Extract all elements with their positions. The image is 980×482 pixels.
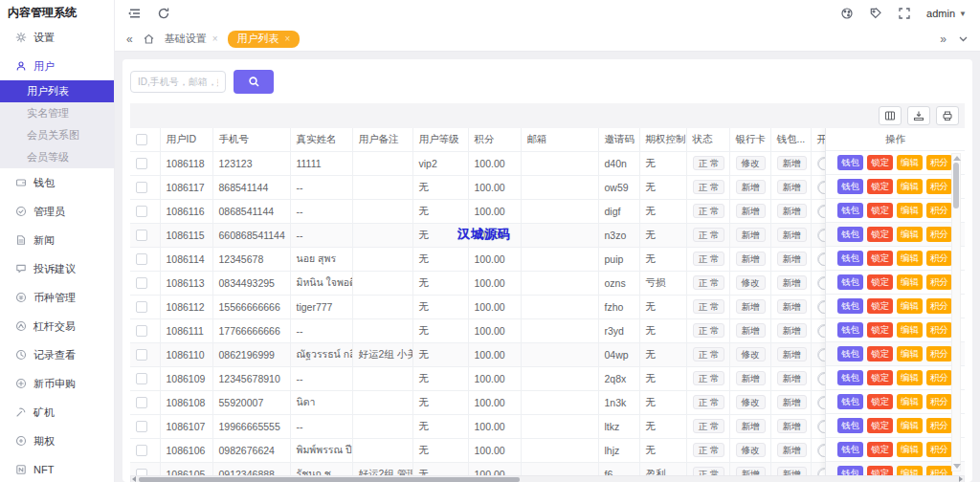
score-action-button[interactable]: 积分 xyxy=(926,203,952,218)
sidebar-item-leverage[interactable]: 杠杆交易 xyxy=(0,312,114,340)
wallet-action-button[interactable]: 钱包 xyxy=(837,274,863,290)
bank-card-button[interactable]: 新增 xyxy=(736,252,766,267)
score-action-button[interactable]: 积分 xyxy=(926,322,952,338)
sidebar-item-coin[interactable]: 币种管理 xyxy=(0,283,114,312)
row-checkbox[interactable] xyxy=(136,158,147,169)
row-checkbox[interactable] xyxy=(136,182,147,193)
edit-action-button[interactable]: 编辑 xyxy=(897,203,923,218)
bank-card-button[interactable]: 修改 xyxy=(736,443,766,458)
bank-card-button[interactable]: 新增 xyxy=(736,204,766,219)
score-action-button[interactable]: 积分 xyxy=(926,274,952,290)
score-action-button[interactable]: 积分 xyxy=(926,298,952,314)
bank-card-button[interactable]: 新增 xyxy=(736,323,766,339)
wallet-action-button[interactable]: 钱包 xyxy=(837,155,863,170)
theme-icon[interactable] xyxy=(840,7,854,20)
score-action-button[interactable]: 积分 xyxy=(926,179,952,194)
wallet-add-button[interactable]: 新增 xyxy=(777,275,807,291)
row-checkbox[interactable] xyxy=(136,230,147,241)
wallet-action-button[interactable]: 钱包 xyxy=(837,322,863,338)
search-input[interactable] xyxy=(130,71,226,93)
wallet-action-button[interactable]: 钱包 xyxy=(837,227,863,242)
sidebar-item-gear[interactable]: 设置 xyxy=(0,23,114,52)
vertical-scrollbar[interactable] xyxy=(951,153,961,471)
score-action-button[interactable]: 积分 xyxy=(926,394,952,409)
edit-action-button[interactable]: 编辑 xyxy=(897,322,923,338)
row-checkbox[interactable] xyxy=(136,277,147,289)
row-checkbox[interactable] xyxy=(136,397,147,408)
lock-action-button[interactable]: 锁定 xyxy=(867,370,893,385)
score-action-button[interactable]: 积分 xyxy=(926,442,952,457)
vertical-scroll-thumb[interactable] xyxy=(953,163,959,208)
sidebar-item-newcoin[interactable]: 新币申购 xyxy=(0,369,114,398)
wallet-action-button[interactable]: 钱包 xyxy=(837,346,863,362)
lock-action-button[interactable]: 锁定 xyxy=(867,155,893,170)
sidebar-item-nft[interactable]: NFT xyxy=(0,455,114,482)
wallet-action-button[interactable]: 钱包 xyxy=(837,251,863,266)
home-icon[interactable] xyxy=(143,33,155,45)
sidebar-item-miner[interactable]: 矿机 xyxy=(0,398,114,427)
lock-action-button[interactable]: 锁定 xyxy=(867,251,893,266)
row-checkbox[interactable] xyxy=(136,445,147,456)
user-menu[interactable]: admin ▼ xyxy=(926,8,967,19)
edit-action-button[interactable]: 编辑 xyxy=(897,155,923,170)
edit-action-button[interactable]: 编辑 xyxy=(897,298,923,314)
lock-action-button[interactable]: 锁定 xyxy=(867,418,893,433)
lock-action-button[interactable]: 锁定 xyxy=(867,298,893,314)
close-icon[interactable]: × xyxy=(212,33,218,44)
lock-action-button[interactable]: 锁定 xyxy=(867,179,893,194)
scroll-down-arrow[interactable] xyxy=(953,464,961,469)
edit-action-button[interactable]: 编辑 xyxy=(897,418,923,433)
bank-card-button[interactable]: 修改 xyxy=(736,275,766,291)
wallet-add-button[interactable]: 新增 xyxy=(777,371,807,386)
lock-action-button[interactable]: 锁定 xyxy=(867,442,893,457)
wallet-add-button[interactable]: 新增 xyxy=(777,156,807,171)
tabs-collapse-chevron[interactable] xyxy=(958,33,969,44)
column-settings-button[interactable] xyxy=(879,106,902,125)
lock-action-button[interactable]: 锁定 xyxy=(867,274,893,290)
lock-action-button[interactable]: 锁定 xyxy=(867,346,893,362)
lock-action-button[interactable]: 锁定 xyxy=(867,394,893,409)
score-action-button[interactable]: 积分 xyxy=(926,251,952,266)
edit-action-button[interactable]: 编辑 xyxy=(897,442,923,457)
sidebar-item-user[interactable]: 用户 xyxy=(0,52,114,80)
wallet-action-button[interactable]: 钱包 xyxy=(837,370,863,385)
sidebar-subitem[interactable]: 实名管理 xyxy=(0,102,114,124)
collapse-menu-icon[interactable] xyxy=(128,7,142,20)
score-action-button[interactable]: 积分 xyxy=(926,227,952,242)
tabs-forward-chevron[interactable]: » xyxy=(940,33,947,46)
wallet-add-button[interactable]: 新增 xyxy=(777,443,807,458)
wallet-add-button[interactable]: 新增 xyxy=(777,252,807,267)
row-checkbox[interactable] xyxy=(136,301,147,313)
wallet-add-button[interactable]: 新增 xyxy=(777,419,807,434)
horizontal-scroll-thumb[interactable] xyxy=(139,477,520,482)
wallet-action-button[interactable]: 钱包 xyxy=(837,418,863,433)
edit-action-button[interactable]: 编辑 xyxy=(897,274,923,290)
sidebar-subitem[interactable]: 会员等级 xyxy=(0,146,114,168)
scroll-left-arrow[interactable] xyxy=(132,476,136,482)
wallet-add-button[interactable]: 新增 xyxy=(777,347,807,362)
bank-card-button[interactable]: 修改 xyxy=(736,395,766,410)
sidebar-item-options[interactable]: 期权 xyxy=(0,427,114,455)
bank-card-button[interactable]: 新增 xyxy=(736,299,766,315)
wallet-add-button[interactable]: 新增 xyxy=(777,180,807,195)
wallet-add-button[interactable]: 新增 xyxy=(777,204,807,219)
wallet-add-button[interactable]: 新增 xyxy=(777,395,807,410)
score-action-button[interactable]: 积分 xyxy=(926,155,952,170)
tab-basic-settings[interactable]: 基础设置 × xyxy=(165,32,218,46)
sidebar-item-records-clock[interactable]: 记录查看 xyxy=(0,340,114,369)
score-action-button[interactable]: 积分 xyxy=(926,346,952,362)
sidebar-item-wallet[interactable]: 钱包 xyxy=(0,168,114,197)
edit-action-button[interactable]: 编辑 xyxy=(897,179,923,194)
bank-card-button[interactable]: 新增 xyxy=(736,180,766,195)
row-checkbox[interactable] xyxy=(136,206,147,217)
edit-action-button[interactable]: 编辑 xyxy=(897,227,923,242)
sidebar-item-admin-check[interactable]: 管理员 xyxy=(0,197,114,226)
wallet-action-button[interactable]: 钱包 xyxy=(837,442,863,457)
row-checkbox[interactable] xyxy=(136,349,147,361)
score-action-button[interactable]: 积分 xyxy=(926,370,952,385)
lock-action-button[interactable]: 锁定 xyxy=(867,203,893,218)
bank-card-button[interactable]: 修改 xyxy=(736,347,766,362)
edit-action-button[interactable]: 编辑 xyxy=(897,394,923,409)
sidebar-item-news[interactable]: 新闻 xyxy=(0,226,114,254)
refresh-icon[interactable] xyxy=(157,7,170,20)
